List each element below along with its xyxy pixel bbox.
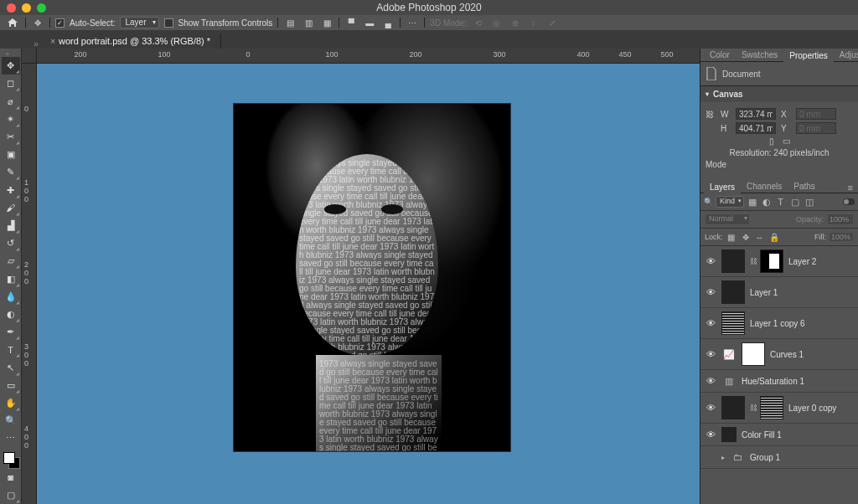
move-tool[interactable]: ✥◢ xyxy=(2,57,20,75)
type-tool[interactable]: T◢ xyxy=(2,341,20,358)
tab-layers[interactable]: Layers xyxy=(704,180,741,193)
visibility-toggle[interactable]: 👁 xyxy=(705,403,716,413)
canvas-area[interactable]: 1973 always single stayed saved go still… xyxy=(37,64,700,504)
landscape-orient-icon[interactable]: ▭ xyxy=(783,136,790,146)
heal-tool[interactable]: ✚◢ xyxy=(2,181,20,198)
visibility-toggle[interactable]: 👁 xyxy=(705,318,716,328)
show-transform-checkbox[interactable] xyxy=(164,18,173,28)
layer-name[interactable]: Group 1 xyxy=(750,453,780,462)
hand-tool[interactable]: ✋◢ xyxy=(2,394,20,412)
layer-name[interactable]: Layer 0 copy xyxy=(788,404,836,413)
visibility-toggle[interactable]: 👁 xyxy=(705,287,716,297)
tab-color[interactable]: Color xyxy=(704,49,736,61)
adjust-mask-thumb[interactable] xyxy=(742,342,765,366)
home-button[interactable] xyxy=(5,18,20,28)
window-minimize-button[interactable] xyxy=(22,3,31,13)
canvas-width-field[interactable] xyxy=(736,108,776,120)
filter-shape-icon[interactable]: ▢ xyxy=(788,196,801,208)
auto-select-target-dropdown[interactable]: Layer xyxy=(120,17,158,28)
distribute-icon[interactable]: ⋯ xyxy=(406,17,419,28)
path-select-tool[interactable]: ↖◢ xyxy=(2,358,20,376)
ruler-vertical[interactable]: 0 100 200 300 400 xyxy=(22,64,37,504)
close-tab-icon[interactable]: × xyxy=(50,37,55,46)
layer-mask-thumb[interactable] xyxy=(760,396,783,419)
window-zoom-button[interactable] xyxy=(37,3,46,13)
visibility-toggle[interactable]: 👁 xyxy=(705,349,716,359)
eraser-tool[interactable]: ▱◢ xyxy=(2,252,20,270)
crop-tool[interactable]: ✂◢ xyxy=(2,128,20,146)
layer-name[interactable]: Layer 1 xyxy=(750,288,778,297)
ruler-horizontal[interactable]: 200 100 0 100 200 300 400 450 500 xyxy=(22,49,700,64)
lock-position-icon[interactable]: ✥ xyxy=(740,231,752,243)
tab-channels[interactable]: Channels xyxy=(741,180,788,193)
document-tab[interactable]: × word portrait.psd @ 33.3% (RGB/8) * xyxy=(44,33,221,49)
layer-row[interactable]: 👁 Layer 1 copy 6 xyxy=(700,308,858,339)
window-close-button[interactable] xyxy=(7,3,16,13)
canvas-y-field[interactable] xyxy=(796,122,836,134)
layer-thumb[interactable] xyxy=(721,249,745,273)
layer-row[interactable]: 👁 Color Fill 1 xyxy=(700,424,858,446)
frame-tool[interactable]: ▣ xyxy=(2,146,20,163)
layer-thumb[interactable] xyxy=(721,427,737,442)
foreground-swatch[interactable] xyxy=(3,452,15,464)
canvas-height-field[interactable] xyxy=(736,122,776,134)
doc-tabs-arrows-icon[interactable]: » xyxy=(28,39,44,49)
screen-mode-icon[interactable]: ▢◢ xyxy=(2,486,20,504)
chevron-right-icon[interactable]: ▸ xyxy=(721,454,725,461)
quick-mask-icon[interactable]: ◙ xyxy=(2,469,20,486)
layer-row[interactable]: 👁 Layer 1 xyxy=(700,277,858,308)
layer-name[interactable]: Hue/Saturation 1 xyxy=(742,377,804,386)
marquee-tool[interactable]: ◻◢ xyxy=(2,75,20,92)
opacity-field[interactable] xyxy=(827,213,854,225)
layer-thumb[interactable] xyxy=(721,311,745,335)
fill-field[interactable] xyxy=(829,232,854,242)
lock-artboard-icon[interactable]: ↔ xyxy=(754,231,766,243)
tab-paths[interactable]: Paths xyxy=(788,180,821,193)
layer-row[interactable]: 👁 ⛓ Layer 2 xyxy=(700,246,858,277)
portrait-orient-icon[interactable]: ▯ xyxy=(769,136,774,146)
filter-adjust-icon[interactable]: ◐ xyxy=(760,196,773,208)
search-icon[interactable]: 🔍 xyxy=(704,198,713,206)
canvas-section-header[interactable]: ▾ Canvas xyxy=(700,85,858,102)
brush-tool[interactable]: 🖌◢ xyxy=(2,199,20,217)
align-center-icon[interactable]: ▥ xyxy=(302,17,315,28)
align-left-icon[interactable]: ▤ xyxy=(283,17,297,28)
layer-row[interactable]: 👁 ⛓ Layer 0 copy xyxy=(700,393,858,424)
align-vmid-icon[interactable]: ▬ xyxy=(363,17,376,28)
gradient-tool[interactable]: ◧◢ xyxy=(2,270,20,287)
canvas-x-field[interactable] xyxy=(796,108,836,120)
lasso-tool[interactable]: ⌀◢ xyxy=(2,92,20,110)
artboard[interactable]: 1973 always single stayed saved go still… xyxy=(234,104,510,451)
tab-swatches[interactable]: Swatches xyxy=(736,49,783,61)
align-bottom-icon[interactable]: ▄ xyxy=(381,17,395,28)
blur-tool[interactable]: 💧◢ xyxy=(2,288,20,306)
filter-smart-icon[interactable]: ◫ xyxy=(803,196,815,208)
layer-list[interactable]: 👁 ⛓ Layer 2 👁 Layer 1 👁 Layer 1 copy 6 👁… xyxy=(700,246,858,504)
layer-thumb[interactable] xyxy=(721,280,745,304)
visibility-toggle[interactable]: 👁 xyxy=(705,256,716,266)
pen-tool[interactable]: ✒◢ xyxy=(2,323,20,341)
zoom-tool[interactable]: 🔍 xyxy=(2,412,20,429)
visibility-toggle[interactable]: 👁 xyxy=(705,429,716,440)
layer-thumb[interactable] xyxy=(721,396,745,419)
eyedropper-tool[interactable]: ✎◢ xyxy=(2,163,20,181)
auto-select-checkbox[interactable]: ✓ xyxy=(55,18,65,28)
visibility-toggle[interactable]: 👁 xyxy=(705,376,716,386)
layer-name[interactable]: Curves 1 xyxy=(770,350,804,359)
layer-filter-kind-dropdown[interactable]: Kind xyxy=(716,196,744,208)
lock-pixels-icon[interactable]: ▦ xyxy=(726,231,737,243)
link-wh-icon[interactable]: ⛓ xyxy=(706,110,716,119)
align-top-icon[interactable]: ▀ xyxy=(344,17,358,28)
filter-pixel-icon[interactable]: ▦ xyxy=(746,196,758,208)
layer-row[interactable]: 👁 📈 Curves 1 xyxy=(700,339,858,370)
color-swatches[interactable] xyxy=(2,450,20,468)
blend-mode-dropdown[interactable]: Normal xyxy=(705,213,750,225)
quick-select-tool[interactable]: ✴◢ xyxy=(2,111,20,128)
ruler-origin[interactable] xyxy=(22,49,37,64)
filter-type-icon[interactable]: T xyxy=(774,196,787,208)
layer-name[interactable]: Layer 1 copy 6 xyxy=(750,319,805,328)
layer-name[interactable]: Color Fill 1 xyxy=(742,430,782,440)
edit-toolbar-icon[interactable]: ⋯ xyxy=(2,429,20,447)
panel-menu-icon[interactable]: ≡ xyxy=(843,183,858,193)
filter-toggle[interactable] xyxy=(843,198,855,205)
